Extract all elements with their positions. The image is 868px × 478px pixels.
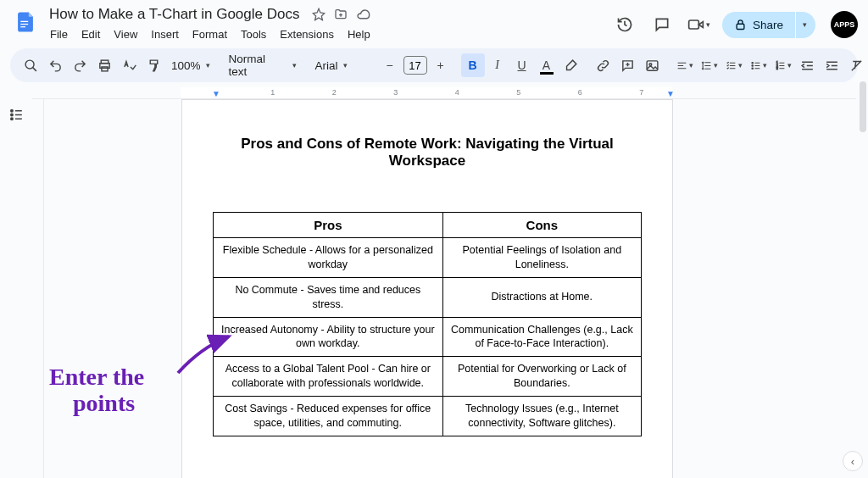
italic-button[interactable]: I: [486, 53, 509, 77]
cloud-status-icon[interactable]: [355, 7, 370, 22]
table-row[interactable]: Access to a Global Talent Pool - Can hir…: [214, 357, 642, 397]
undo-button[interactable]: [43, 53, 67, 77]
font-select[interactable]: Arial▾: [310, 59, 370, 72]
svg-point-17: [10, 109, 12, 111]
table-row[interactable]: Cost Savings - Reduced expenses for offi…: [214, 397, 642, 436]
menu-insert[interactable]: Insert: [145, 25, 185, 43]
document-heading[interactable]: Pros and Cons of Remote Work: Navigating…: [213, 136, 642, 170]
page[interactable]: Pros and Cons of Remote Work: Navigating…: [181, 99, 673, 478]
table-row[interactable]: Flexible Schedule - Allows for a persona…: [214, 238, 642, 278]
text-color-button[interactable]: A: [535, 53, 559, 77]
svg-point-11: [751, 62, 753, 64]
vertical-scrollbar[interactable]: [860, 81, 866, 132]
share-label: Share: [753, 19, 783, 31]
line-spacing-button[interactable]: ▾: [698, 53, 721, 77]
svg-rect-2: [20, 26, 25, 27]
outline-toggle-button[interactable]: [4, 103, 28, 126]
header-right: ▾ Share ▾ APPS: [610, 5, 858, 39]
highlight-button[interactable]: [559, 53, 583, 77]
table-header-cons[interactable]: Cons: [442, 213, 641, 238]
meet-icon[interactable]: ▾: [685, 10, 714, 39]
menu-help[interactable]: Help: [342, 25, 376, 43]
table-header-pros[interactable]: Pros: [214, 213, 443, 238]
menu-file[interactable]: File: [44, 25, 74, 43]
menu-tools[interactable]: Tools: [235, 25, 272, 43]
svg-text:3: 3: [776, 66, 777, 69]
svg-rect-4: [737, 24, 744, 29]
explore-button[interactable]: ‹: [843, 451, 863, 471]
svg-rect-3: [689, 20, 699, 29]
clear-formatting-button[interactable]: [845, 53, 868, 77]
redo-button[interactable]: [68, 53, 92, 77]
right-indent-marker-icon[interactable]: ▼: [666, 89, 675, 98]
font-size-input[interactable]: [403, 56, 427, 75]
share-dropdown[interactable]: ▾: [796, 12, 815, 38]
insert-image-button[interactable]: [641, 53, 665, 77]
increase-indent-button[interactable]: [821, 53, 844, 77]
table-header-row[interactable]: Pros Cons: [214, 213, 642, 238]
t-chart-table[interactable]: Pros Cons Flexible Schedule - Allows for…: [213, 212, 642, 436]
checklist-button[interactable]: ▾: [722, 53, 746, 77]
left-gutter: [0, 87, 32, 478]
paragraph-style-select[interactable]: Normal text▾: [224, 53, 302, 78]
menu-extensions[interactable]: Extensions: [274, 25, 340, 43]
svg-point-18: [10, 114, 12, 115]
svg-rect-9: [647, 60, 658, 69]
svg-point-5: [25, 60, 34, 69]
vertical-ruler[interactable]: [32, 99, 44, 478]
table-row[interactable]: Increased Autonomy - Ability to structur…: [214, 317, 642, 357]
table-row[interactable]: No Commute - Saves time and reduces stre…: [214, 277, 642, 317]
bulleted-list-button[interactable]: ▾: [747, 53, 771, 77]
svg-rect-1: [20, 24, 28, 25]
star-icon[interactable]: [311, 7, 326, 22]
history-icon[interactable]: [610, 10, 639, 39]
spellcheck-button[interactable]: [117, 53, 141, 77]
svg-point-19: [10, 118, 12, 119]
svg-rect-0: [20, 21, 28, 22]
decrease-indent-button[interactable]: [796, 53, 820, 77]
menu-edit[interactable]: Edit: [75, 25, 106, 43]
document-canvas[interactable]: Pros and Cons of Remote Work: Navigating…: [44, 99, 856, 478]
svg-point-13: [751, 67, 753, 69]
increase-font-button[interactable]: +: [429, 53, 453, 77]
app-header: How to Make a T-Chart in Google Docs Fil…: [0, 0, 868, 43]
document-title[interactable]: How to Make a T-Chart in Google Docs: [44, 5, 304, 24]
print-button[interactable]: [92, 53, 116, 77]
horizontal-ruler[interactable]: 1 2 3 4 5 6 7 ▼ ▼: [32, 87, 856, 99]
svg-point-12: [751, 64, 753, 66]
account-avatar[interactable]: APPS: [831, 11, 858, 38]
menu-format[interactable]: Format: [186, 25, 233, 43]
numbered-list-button[interactable]: 123▾: [771, 53, 795, 77]
add-comment-button[interactable]: [616, 53, 640, 77]
bold-button[interactable]: B: [461, 53, 485, 77]
docs-logo-icon[interactable]: [10, 7, 41, 37]
indent-marker-icon[interactable]: ▼: [212, 89, 220, 98]
insert-link-button[interactable]: [592, 53, 615, 77]
decrease-font-button[interactable]: −: [378, 53, 402, 77]
move-icon[interactable]: [333, 7, 348, 22]
align-button[interactable]: ▾: [673, 53, 697, 77]
menu-view[interactable]: View: [108, 25, 143, 43]
menu-bar: File Edit View Insert Format Tools Exten…: [44, 25, 610, 43]
workspace: 1 2 3 4 5 6 7 ▼ ▼ Pros and Cons of Remot…: [0, 87, 868, 478]
toolbar: 100%▾ Normal text▾ Arial▾ − + B I U A ▾ …: [10, 48, 858, 82]
paint-format-button[interactable]: [142, 53, 165, 77]
search-menus-button[interactable]: [19, 53, 42, 77]
share-button[interactable]: Share: [722, 12, 795, 38]
underline-button[interactable]: U: [510, 53, 534, 77]
comments-icon[interactable]: [648, 10, 676, 39]
zoom-select[interactable]: 100%▾: [166, 59, 215, 72]
title-area: How to Make a T-Chart in Google Docs Fil…: [44, 5, 610, 43]
